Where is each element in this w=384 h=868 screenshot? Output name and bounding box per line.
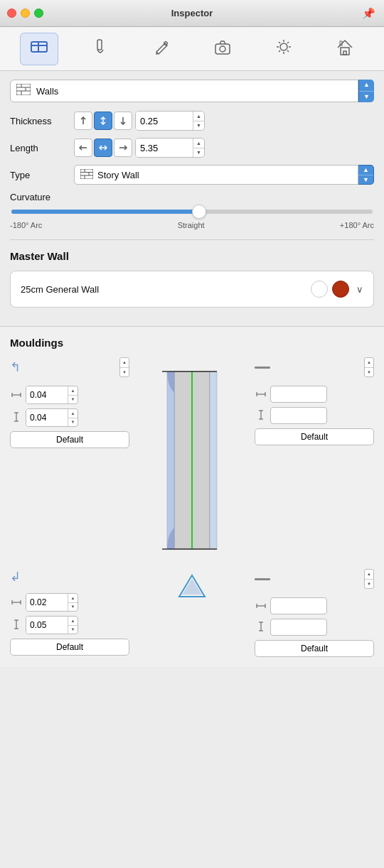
thickness-dir-both[interactable]: [94, 112, 112, 130]
type-row: Type Story Wall ▲ ▼: [10, 165, 374, 185]
type-stepper-up[interactable]: ▲: [358, 166, 373, 175]
thickness-input[interactable]: [136, 112, 193, 130]
length-input[interactable]: [136, 139, 193, 157]
moulding-top-left-col: ↰ ▲ ▼ ▲ ▼: [10, 357, 129, 448]
curvature-fill: [11, 210, 199, 214]
thickness-stepper-up[interactable]: ▲: [193, 112, 204, 121]
toolbar-item-camera[interactable]: [203, 33, 242, 65]
moulding-tl-height-icon: [10, 412, 23, 424]
moulding-bl-height-input[interactable]: [26, 617, 68, 634]
length-stepper[interactable]: ▲ ▼: [193, 139, 204, 157]
moulding-tl-header: ↰ ▲ ▼: [10, 357, 129, 377]
titlebar: Inspector 📌: [0, 0, 384, 27]
curvature-label: Curvature: [10, 192, 374, 202]
moulding-br-width-row: ▲ ▼: [255, 597, 374, 614]
moulding-tr-height-field: ▲ ▼: [270, 407, 327, 424]
moulding-br-stepper[interactable]: ▲ ▼: [364, 569, 374, 589]
type-stepper[interactable]: ▲ ▼: [358, 165, 374, 185]
thickness-dir-up[interactable]: [74, 112, 92, 130]
toolbar-item-house[interactable]: [326, 33, 364, 65]
svg-rect-5: [215, 44, 230, 54]
moulding-bl-width-input[interactable]: [26, 594, 68, 611]
moulding-center-icon: [178, 572, 206, 602]
moulding-bl-width-stepper[interactable]: ▲ ▼: [68, 594, 78, 611]
moulding-tr-width-input[interactable]: [271, 389, 327, 399]
master-wall-color-white[interactable]: [311, 281, 328, 298]
maximize-button[interactable]: [34, 9, 43, 18]
master-wall-card: 25cm General Wall ∨: [10, 271, 374, 308]
thickness-row: Thickness: [10, 111, 374, 131]
toolbar-item-walls[interactable]: [20, 33, 58, 65]
moulding-tl-height-stepper[interactable]: ▲ ▼: [68, 409, 78, 426]
type-stepper-down[interactable]: ▼: [358, 175, 373, 185]
length-dir-left[interactable]: [74, 139, 92, 157]
moulding-tl-default-btn[interactable]: Default: [10, 431, 129, 448]
thickness-stepper-down[interactable]: ▼: [193, 121, 204, 131]
moulding-tr-height-input[interactable]: [271, 411, 327, 421]
curvature-mid-label: Straight: [178, 221, 205, 229]
moulding-bl-default-btn[interactable]: Default: [10, 639, 129, 656]
walls-dropdown[interactable]: Walls: [10, 80, 358, 102]
walls-stepper-up[interactable]: ▲: [359, 80, 374, 92]
mouldings-title: Mouldings: [10, 337, 374, 349]
walls-dropdown-stepper[interactable]: ▲ ▼: [358, 80, 374, 102]
moulding-tl-stepper[interactable]: ▲ ▼: [119, 357, 129, 377]
moulding-br-default-btn[interactable]: Default: [255, 640, 374, 657]
moulding-tl-width-input[interactable]: [26, 386, 68, 403]
curvature-thumb[interactable]: [192, 205, 206, 219]
svg-rect-2: [38, 42, 39, 52]
type-dropdown[interactable]: Story Wall: [74, 165, 358, 185]
toolbar-item-pencil[interactable]: [142, 33, 181, 65]
svg-rect-17: [343, 51, 346, 55]
length-value-field: ▲ ▼: [135, 138, 205, 158]
moulding-diagram: [135, 357, 249, 563]
length-dir-both[interactable]: [94, 139, 112, 157]
svg-line-15: [279, 50, 280, 52]
wall-dropdown-icon: [16, 84, 31, 98]
moulding-br-width-input[interactable]: [271, 601, 327, 611]
thickness-dir-down[interactable]: [114, 112, 132, 130]
moulding-bl-height-stepper[interactable]: ▲ ▼: [68, 617, 78, 634]
moulding-bottom-center: [135, 569, 249, 602]
master-wall-name: 25cm General Wall: [21, 284, 311, 295]
walls-dropdown-label: Walls: [36, 86, 352, 97]
moulding-br-height-input[interactable]: [271, 622, 327, 632]
pin-icon[interactable]: 📌: [362, 7, 375, 20]
svg-rect-44: [167, 371, 174, 549]
minimize-button[interactable]: [21, 9, 30, 18]
svg-rect-3: [97, 40, 102, 50]
length-row: Length: [10, 138, 374, 158]
moulding-top-right-col: ▲ ▼ ▲ ▼: [255, 357, 374, 445]
moulding-br-width-field: ▲ ▼: [270, 597, 327, 614]
moulding-br-height-row: ▲ ▼: [255, 619, 374, 636]
svg-rect-31: [80, 169, 93, 179]
svg-line-13: [287, 50, 289, 52]
moulding-tl-width-stepper[interactable]: ▲ ▼: [68, 386, 78, 403]
thickness-stepper[interactable]: ▲ ▼: [193, 112, 204, 130]
walls-stepper-down[interactable]: ▼: [359, 92, 374, 103]
moulding-tl-height-input[interactable]: [26, 409, 68, 426]
moulding-br-header: ▲ ▼: [255, 569, 374, 589]
length-dir-right[interactable]: [114, 139, 132, 157]
walls-dropdown-row: Walls ▲ ▼: [10, 80, 374, 102]
thickness-direction-btns: [74, 112, 132, 130]
length-stepper-down[interactable]: ▼: [193, 148, 204, 158]
camera-icon: [213, 37, 233, 61]
moulding-tr-stepper[interactable]: ▲ ▼: [364, 357, 374, 377]
moulding-bl-width-row: ▲ ▼: [10, 593, 129, 612]
moulding-tr-default-btn[interactable]: Default: [255, 428, 374, 445]
length-label: Length: [10, 143, 74, 153]
thickness-value-field: ▲ ▼: [135, 111, 205, 131]
master-wall-color-brown[interactable]: [332, 281, 349, 298]
brush-icon: [90, 37, 110, 61]
curvature-max-label: +180° Arc: [340, 221, 374, 229]
moulding-tl-width-icon: [10, 390, 23, 401]
toolbar-item-sun[interactable]: [265, 33, 303, 65]
close-button[interactable]: [7, 9, 16, 18]
length-stepper-up[interactable]: ▲: [193, 139, 204, 148]
curvature-section: Curvature -180° Arc Straight +180° Arc: [10, 192, 374, 229]
master-wall-chevron[interactable]: ∨: [356, 284, 363, 295]
svg-rect-45: [210, 371, 217, 549]
toolbar-item-brush[interactable]: [81, 33, 119, 65]
svg-point-7: [280, 43, 287, 50]
